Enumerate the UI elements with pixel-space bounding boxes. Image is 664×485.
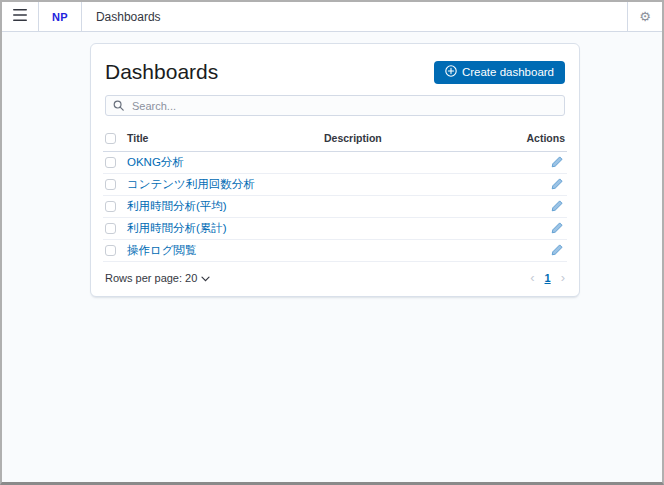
create-dashboard-button[interactable]: Create dashboard <box>434 61 565 84</box>
table-row: OKNG分析 <box>103 152 567 174</box>
dashboard-link[interactable]: 利用時間分析(平均) <box>127 199 324 214</box>
edit-button[interactable] <box>549 222 565 234</box>
edit-button[interactable] <box>549 200 565 212</box>
search-field-wrapper <box>105 95 565 116</box>
search-input[interactable] <box>130 99 557 113</box>
breadcrumb: Dashboards <box>82 2 175 31</box>
column-header-description: Description <box>324 132 521 144</box>
app-logo[interactable]: NP <box>39 2 81 31</box>
column-header-title: Title <box>127 132 324 144</box>
search-icon <box>113 97 124 115</box>
table-header-row: Title Description Actions <box>103 129 567 152</box>
dashboard-link[interactable]: OKNG分析 <box>127 155 324 170</box>
edit-button[interactable] <box>549 156 565 168</box>
table-row: コンテンツ利用回数分析 <box>103 174 567 196</box>
row-checkbox[interactable] <box>105 223 116 234</box>
next-page-button[interactable]: › <box>561 271 565 284</box>
top-nav-bar: NP Dashboards ⚙ <box>2 2 662 32</box>
dashboard-link[interactable]: 利用時間分析(累計) <box>127 221 324 236</box>
menu-button[interactable] <box>2 2 38 31</box>
table-row: 利用時間分析(累計) <box>103 218 567 240</box>
plus-circle-icon <box>445 65 457 79</box>
dashboards-panel: Dashboards Create dashboard Title <box>90 43 580 297</box>
settings-button[interactable]: ⚙ <box>628 2 662 31</box>
gear-icon: ⚙ <box>639 10 651 23</box>
pencil-icon <box>551 156 563 171</box>
table-row: 利用時間分析(平均) <box>103 196 567 218</box>
pencil-icon <box>551 222 563 237</box>
current-page-button[interactable]: 1 <box>545 272 551 284</box>
page-body: Dashboards Create dashboard Title <box>2 43 662 485</box>
rows-per-page-label: Rows per page: 20 <box>105 272 197 284</box>
dashboard-link[interactable]: コンテンツ利用回数分析 <box>127 177 324 192</box>
edit-button[interactable] <box>549 244 565 256</box>
dashboard-link[interactable]: 操作ログ閲覧 <box>127 243 324 258</box>
pagination: ‹ 1 › <box>530 271 565 284</box>
hamburger-icon <box>13 9 27 24</box>
pencil-icon <box>551 244 563 259</box>
previous-page-button[interactable]: ‹ <box>530 271 534 284</box>
row-checkbox[interactable] <box>105 157 116 168</box>
create-dashboard-label: Create dashboard <box>462 66 554 78</box>
pencil-icon <box>551 200 563 215</box>
row-checkbox[interactable] <box>105 179 116 190</box>
page-title: Dashboards <box>105 60 218 84</box>
column-header-actions: Actions <box>521 132 565 144</box>
table-footer: Rows per page: 20 ‹ 1 › <box>103 262 567 288</box>
dashboards-table: Title Description Actions OKNG分析 <box>103 129 567 262</box>
chevron-down-icon <box>201 272 210 284</box>
pencil-icon <box>551 178 563 193</box>
edit-button[interactable] <box>549 178 565 190</box>
row-checkbox[interactable] <box>105 201 116 212</box>
table-row: 操作ログ閲覧 <box>103 240 567 262</box>
table-body: OKNG分析 <box>103 152 567 262</box>
row-checkbox[interactable] <box>105 245 116 256</box>
browser-window: NP Dashboards ⚙ Dashboards Create dashbo… <box>0 0 664 485</box>
rows-per-page-control[interactable]: Rows per page: 20 <box>105 272 210 284</box>
select-all-checkbox[interactable] <box>105 133 116 144</box>
panel-header: Dashboards Create dashboard <box>103 54 567 94</box>
